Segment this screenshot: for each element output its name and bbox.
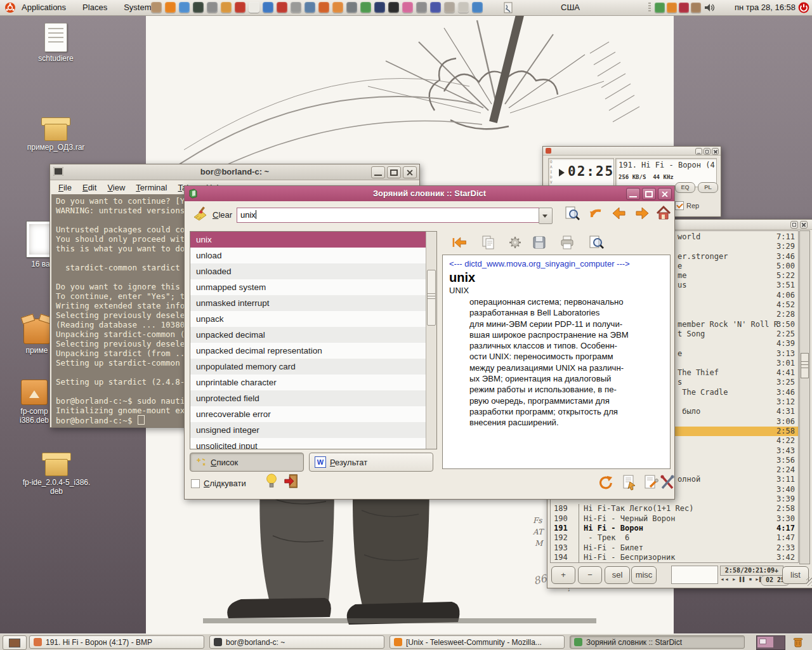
copy-icon[interactable] [480,234,497,251]
clutterbar-letter[interactable]: O [550,159,553,164]
playlist-row[interactable]: 194 Hi-Fi - Беспризорник 3:42 [551,553,798,562]
taskbar-window-button[interactable]: Зоряний словник :: StarDict [570,635,745,649]
follow-label[interactable]: Слідкувати [204,479,246,488]
panel-menu[interactable]: System [124,0,151,15]
tools-tray-icon[interactable] [679,3,689,13]
text-editor-launcher-icon[interactable] [503,2,513,13]
word-list-item[interactable]: unpopulated memory card [190,359,426,375]
terminal-launcher-icon[interactable] [388,2,399,13]
gimp2-launcher-icon[interactable] [444,2,455,13]
pause-button[interactable]: ▌▌ [740,577,746,581]
keyboard-layout-indicator[interactable]: США [561,0,580,15]
prev-button[interactable]: ◄◄ [720,577,729,581]
panel-menu[interactable]: Places [82,0,107,15]
settings-gear-icon[interactable] [507,234,523,251]
update-manager-launcher-icon[interactable] [263,2,273,13]
cut-launcher-icon[interactable] [277,2,287,13]
word-list-scrollbar[interactable] [426,232,436,449]
tab-result[interactable]: W Результат [309,453,433,472]
print-icon[interactable] [559,234,575,251]
playlist-shade-button[interactable] [790,221,798,229]
playlist-close-button[interactable] [800,221,808,229]
show-desktop-button[interactable] [3,635,27,650]
sphere-launcher-icon[interactable] [430,2,441,13]
search-text-icon[interactable] [588,234,605,251]
clutterbar-letter[interactable]: A [550,164,553,169]
debian-launcher-icon[interactable] [402,2,413,13]
hint-bulb-icon[interactable] [263,473,280,489]
stop-button[interactable]: ■ [749,577,752,581]
menu-item[interactable]: Edit [82,183,96,192]
play-button[interactable]: ► [732,577,737,581]
player-close-button[interactable] [712,148,719,155]
document-edit-icon[interactable] [643,474,659,491]
search-input[interactable]: unix [237,208,539,223]
undo-arrow-icon[interactable] [588,205,605,222]
document-pointer-icon[interactable] [621,474,638,491]
mplayer-launcher-icon[interactable] [304,2,315,13]
playlist-button[interactable]: PL [698,182,718,193]
word-list-item[interactable]: unpacked decimal representation [190,343,426,359]
logout-power-icon[interactable] [798,2,809,13]
home-icon[interactable] [655,205,672,222]
forward-arrow-icon[interactable] [634,205,650,222]
repeat-checkbox[interactable] [675,201,684,210]
maximize-button[interactable] [387,166,401,178]
clutterbar-letter[interactable]: D [550,175,553,180]
close-button[interactable] [403,166,417,178]
playlist-control-button[interactable]: misc [631,566,657,584]
definition-pane[interactable]: <--- dictd_www.mova.org_sinyagin_compute… [442,255,671,469]
stardict-tray-icon[interactable] [655,3,665,13]
player-titlebar[interactable] [543,147,721,156]
desktop-icon-fp-ide[interactable]: fp-ide_2.0.4-5_i386. deb [16,451,96,496]
back-arrow-icon[interactable] [611,205,627,222]
playlist-row[interactable]: 190 Hi-Fi - Черный Ворон 3:30 [551,514,798,524]
thunderbird-launcher-icon[interactable] [179,2,190,13]
word-list[interactable]: unixunloadunloadedunmapped systemunmaske… [190,231,437,449]
minimize-button[interactable] [371,166,385,178]
word-list-item[interactable]: unpacked decimal [190,327,426,343]
equalizer-button[interactable]: EQ [675,182,695,193]
dictionary-name-link[interactable]: <--- dictd_www.mova.org_sinyagin_compute… [449,259,664,269]
panel-menu[interactable]: Applications [22,0,66,15]
word-list-item[interactable]: unsolicited input [190,438,426,449]
refresh-icon[interactable] [597,474,613,491]
gimp-launcher-icon[interactable] [291,2,301,13]
taskbar-window-button[interactable]: [Unix - Telesweet-Community - Mozilla... [390,635,565,649]
word-list-item[interactable]: unmapped system [190,279,426,295]
playlist-control-button[interactable]: − [578,566,602,584]
search-dropdown-button[interactable] [539,208,553,224]
fuzzy-search-icon[interactable] [564,205,580,222]
playlist-scrollbar-thumb[interactable] [801,353,809,378]
tab-list[interactable]: Список [190,453,304,472]
stardict-maximize-button[interactable] [642,188,656,200]
word-list-item[interactable]: unmasked interrupt [190,295,426,311]
repeat-toggle[interactable]: Rep [675,201,699,210]
word-list-item[interactable]: unprotected field [190,390,426,406]
playlist-row[interactable]: 193 Hi-Fi - Билет 2:33 [551,543,798,553]
word-list-item[interactable]: unpack [190,311,426,327]
volume-icon[interactable] [704,3,715,13]
word-list-scrollbar-thumb[interactable] [427,270,436,326]
desktop-icon-primer-rar[interactable]: пример_ОДЗ.rar [21,116,91,152]
workspace-switcher[interactable] [756,635,785,650]
menu-item[interactable]: File [58,183,72,192]
menu-item[interactable]: Terminal [136,183,167,192]
player-time-display[interactable]: OAIDV 02:25 [548,158,614,187]
ubuntu-menu-icon[interactable] [4,2,16,13]
list-menu-button[interactable]: list [782,566,809,584]
keyboard-launcher-icon[interactable] [458,2,469,13]
playlist-scrollbar[interactable] [799,230,810,564]
save-icon[interactable] [531,234,547,251]
follow-checkbox[interactable] [191,479,200,488]
word-list-item[interactable]: unload [190,248,426,263]
word-list-item[interactable]: unloaded [190,263,426,279]
system-monitor-launcher-icon[interactable] [193,2,204,13]
playlist-control-button[interactable]: sel [605,566,630,584]
cut-tray-icon[interactable] [667,3,677,13]
tools-launcher-icon[interactable] [235,2,246,13]
screensaver-launcher-icon[interactable] [374,2,385,13]
beagle-tray-icon[interactable] [691,3,701,13]
player-minimize-button[interactable] [695,148,702,155]
clear-broom-icon[interactable] [192,206,209,222]
